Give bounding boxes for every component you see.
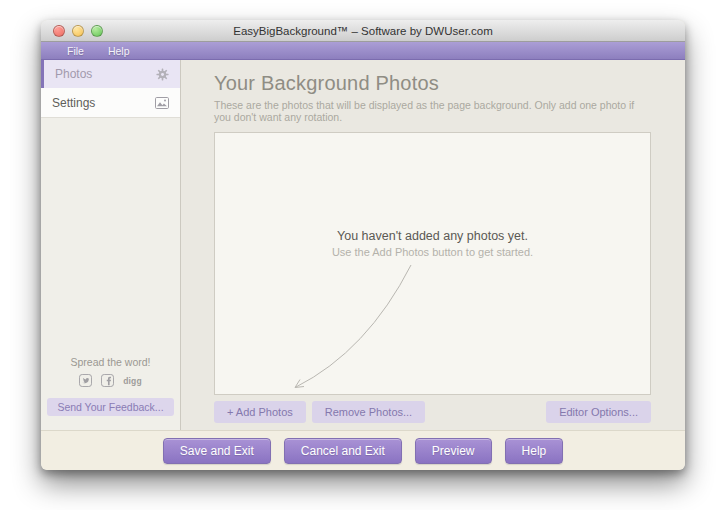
digg-icon[interactable]: digg — [123, 376, 142, 386]
spread-the-word-label: Spread the word! — [41, 356, 180, 368]
arrow-annotation — [215, 133, 652, 396]
preview-button[interactable]: Preview — [415, 438, 492, 464]
gear-icon — [156, 68, 169, 81]
sidebar-item-label: Photos — [55, 67, 92, 81]
title-bar: EasyBigBackground™ – Software by DWUser.… — [41, 20, 685, 42]
traffic-lights — [53, 25, 103, 37]
close-button[interactable] — [53, 25, 65, 37]
sidebar-item-label: Settings — [52, 96, 95, 110]
cancel-and-exit-button[interactable]: Cancel and Exit — [284, 438, 402, 464]
empty-state-subtitle: Use the Add Photos button to get started… — [215, 246, 650, 258]
remove-photos-button[interactable]: Remove Photos... — [312, 401, 425, 423]
save-and-exit-button[interactable]: Save and Exit — [163, 438, 271, 464]
main-content: Your Background Photos These are the pho… — [181, 60, 685, 430]
photo-list-area: You haven't added any photos yet. Use th… — [214, 132, 651, 395]
sidebar-item-photos[interactable]: Photos — [41, 60, 180, 88]
send-feedback-button[interactable]: Send Your Feedback... — [47, 398, 173, 416]
sidebar: Photos — [41, 60, 181, 430]
empty-state: You haven't added any photos yet. Use th… — [215, 229, 650, 258]
editor-options-button[interactable]: Editor Options... — [546, 401, 651, 423]
menu-bar: File Help — [41, 42, 685, 60]
sidebar-item-settings[interactable]: Settings — [41, 88, 180, 118]
footer-bar: Save and Exit Cancel and Exit Preview He… — [41, 430, 685, 470]
social-icons: digg — [41, 374, 180, 387]
page-subtitle: These are the photos that will be displa… — [214, 99, 652, 123]
zoom-button[interactable] — [91, 25, 103, 37]
photo-buttons-row: + Add Photos Remove Photos... Editor Opt… — [214, 401, 651, 423]
twitter-icon[interactable] — [79, 374, 92, 387]
menu-help[interactable]: Help — [108, 45, 130, 57]
minimize-button[interactable] — [72, 25, 84, 37]
image-icon — [155, 97, 169, 109]
menu-file[interactable]: File — [67, 45, 84, 57]
app-window: EasyBigBackground™ – Software by DWUser.… — [41, 20, 685, 470]
window-title: EasyBigBackground™ – Software by DWUser.… — [41, 25, 685, 37]
page-title: Your Background Photos — [214, 72, 652, 95]
add-photos-button[interactable]: + Add Photos — [214, 401, 306, 423]
help-button[interactable]: Help — [505, 438, 564, 464]
empty-state-title: You haven't added any photos yet. — [215, 229, 650, 243]
facebook-icon[interactable] — [101, 374, 114, 387]
sidebar-footer: Spread the word! digg — [41, 356, 180, 416]
